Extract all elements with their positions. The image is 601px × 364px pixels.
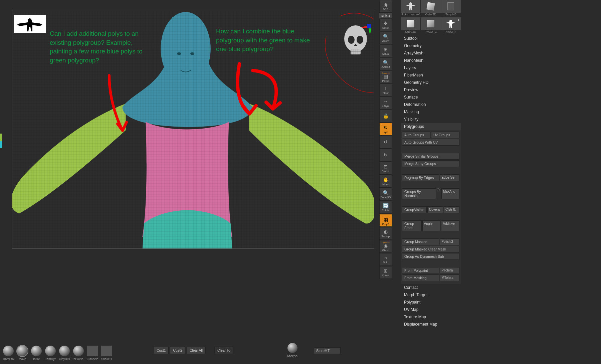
section-polypaint[interactable]: Polypaint — [401, 299, 461, 306]
section-geometry-hd[interactable]: Geometry HD — [401, 79, 461, 86]
tool-icon: ◉ — [384, 243, 388, 248]
tool-icon: ✥ — [384, 21, 388, 26]
brush-snakeh[interactable]: SnakeH — [100, 346, 113, 361]
section-contact[interactable]: Contact — [401, 284, 461, 291]
--button[interactable]: 🔒 — [379, 110, 392, 123]
canvas-thumbnail[interactable] — [14, 15, 46, 33]
from-masking-button[interactable]: From Masking — [402, 275, 439, 281]
section-uv-map[interactable]: UV Map — [401, 306, 461, 313]
clear-to-button[interactable]: Clear To — [214, 347, 233, 354]
aahalf-button[interactable]: 🔍AAHalf — [379, 58, 392, 70]
subtool-thumb[interactable]: 5 — [441, 17, 461, 30]
section-geometry[interactable]: Geometry — [401, 42, 461, 49]
coverage-slider[interactable]: Covera — [427, 206, 443, 213]
brush-trimdyr[interactable]: TrimDyr — [44, 346, 57, 361]
section-deformation[interactable]: Deformation — [401, 101, 461, 108]
brush-zmodele[interactable]: ZModele — [86, 346, 99, 361]
from-polypaint-button[interactable]: From Polypaint — [402, 267, 439, 274]
floor-button[interactable]: ⊥Floor — [379, 84, 392, 97]
additive-button[interactable]: Additive — [441, 220, 459, 231]
annotation-right: How can I combine the blue polygroup wit… — [216, 27, 316, 54]
bpr-button[interactable]: ◉BPR — [379, 0, 392, 13]
radio-icon[interactable] — [437, 188, 440, 191]
brush-icon — [31, 346, 42, 356]
auto-groups-uv-button[interactable]: Auto Groups With UV — [402, 139, 459, 146]
brush-icon — [87, 346, 98, 356]
xyz-button[interactable]: ↻xyz — [379, 123, 392, 136]
brush-move[interactable]: Move — [16, 346, 29, 361]
thumb-label: PM3D_C — [421, 30, 440, 35]
scroll-button[interactable]: ✥Scroll — [379, 19, 392, 31]
tool-icon: 🔍 — [383, 190, 389, 195]
clear-all-button[interactable]: Clear All — [187, 347, 206, 354]
section-displacement-map[interactable]: Displacement Map — [401, 321, 461, 328]
actual-button[interactable]: ⊞Actual — [379, 45, 392, 57]
cust2-button[interactable]: Cust2 — [170, 347, 185, 354]
subtool-thumb[interactable] — [401, 17, 420, 30]
section-subtool[interactable]: Subtool — [401, 35, 461, 42]
group-front-button[interactable]: Group Front — [402, 220, 422, 231]
spix-slider[interactable]: SPix 3 — [379, 13, 392, 18]
rotate-button[interactable]: 🔄Rotate — [379, 201, 392, 214]
section-masking[interactable]: Masking — [401, 108, 461, 116]
subtool-thumb-row-2: 5 — [401, 17, 461, 30]
orientation-skull[interactable] — [341, 24, 371, 60]
ghost-button[interactable]: Dynamic◉Ghost — [379, 240, 392, 253]
tool-icon: ↻ — [384, 153, 388, 157]
brush-hpolish[interactable]: hPolish — [72, 346, 85, 361]
maxang-slider[interactable]: MaxAng — [441, 188, 459, 199]
polish-slider[interactable]: PolishG — [440, 238, 459, 245]
groups-normals-button[interactable]: Groups By Normals — [402, 188, 436, 199]
xpose-button[interactable]: ⊞Xpose — [379, 266, 392, 279]
mtolera-slider[interactable]: MTolera — [440, 275, 459, 281]
viewport[interactable]: Can I add additional polys to an existin… — [12, 10, 374, 249]
brush-claybuil[interactable]: ClayBuil — [58, 346, 71, 361]
morph-button[interactable]: Morph — [287, 343, 297, 358]
auto-groups-button[interactable]: Auto Groups — [402, 132, 430, 138]
transp-button[interactable]: ◐Transp — [379, 227, 392, 240]
cust1-button[interactable]: Cust1 — [154, 347, 169, 354]
section-morph-target[interactable]: Morph Target — [401, 291, 461, 299]
frame-button[interactable]: ⊡Frame — [379, 162, 392, 175]
subtool-thumb[interactable] — [421, 0, 440, 13]
clstr-slider[interactable]: Clstr 0. — [444, 206, 459, 213]
section-arraymesh[interactable]: ArrayMesh — [401, 49, 461, 57]
polyf-button[interactable]: Line Fill▦PolyF — [379, 214, 392, 227]
merge-stray-button[interactable]: Merge Stray Groups — [402, 160, 459, 167]
group-visible-button[interactable]: GroupVisible — [402, 206, 427, 213]
subtool-thumb[interactable] — [421, 17, 440, 30]
uv-groups-button[interactable]: Uv Groups — [431, 132, 459, 138]
store-mt-button[interactable]: StoreMT — [314, 347, 341, 354]
ptolera-slider[interactable]: PTolera — [440, 267, 459, 274]
--button[interactable]: ↻ — [379, 149, 392, 162]
brush-damsta[interactable]: DamSta — [2, 346, 15, 361]
l-sym-button[interactable]: ↔L.Sym — [379, 97, 392, 110]
tool-icon: ▦ — [384, 217, 388, 222]
group-dynamesh-button[interactable]: Group As Dynamesh Sub — [402, 253, 459, 260]
zoom3d-button[interactable]: 🔍Zoom3D — [379, 188, 392, 201]
section-fibermesh[interactable]: FiberMesh — [401, 71, 461, 79]
section-layers[interactable]: Layers — [401, 64, 461, 71]
group-masked-clear-button[interactable]: Group Masked Clear Mask — [402, 246, 459, 252]
section-polygroups[interactable]: Polygroups — [401, 123, 461, 130]
regroup-edges-button[interactable]: Regroup By Edges — [402, 174, 439, 181]
tool-icon: ⊞ — [384, 268, 388, 273]
section-texture-map[interactable]: Texture Map — [401, 313, 461, 321]
merge-similar-button[interactable]: Merge Similar Groups — [402, 153, 459, 160]
persp-button[interactable]: Dynamic▤Persp — [379, 71, 392, 83]
section-surface[interactable]: Surface — [401, 94, 461, 101]
subtool-thumb[interactable] — [441, 0, 461, 13]
subtool-thumb[interactable] — [401, 0, 420, 13]
zoom-button[interactable]: 🔍Zoom — [379, 32, 392, 44]
--button[interactable]: ↺ — [379, 136, 392, 149]
solo-button[interactable]: ○Solo — [379, 253, 392, 266]
angle-slider[interactable]: Angle — [422, 220, 441, 231]
group-masked-button[interactable]: Group Masked — [402, 238, 439, 245]
edge-slider[interactable]: Edge Se — [440, 174, 459, 181]
section-visibility[interactable]: Visibility — [401, 116, 461, 123]
tool-icon: ▤ — [384, 74, 388, 79]
move-button[interactable]: ✋Move — [379, 175, 392, 188]
section-preview[interactable]: Preview — [401, 86, 461, 94]
brush-inflat[interactable]: Inflat — [30, 346, 43, 361]
section-nanomesh[interactable]: NanoMesh — [401, 57, 461, 64]
